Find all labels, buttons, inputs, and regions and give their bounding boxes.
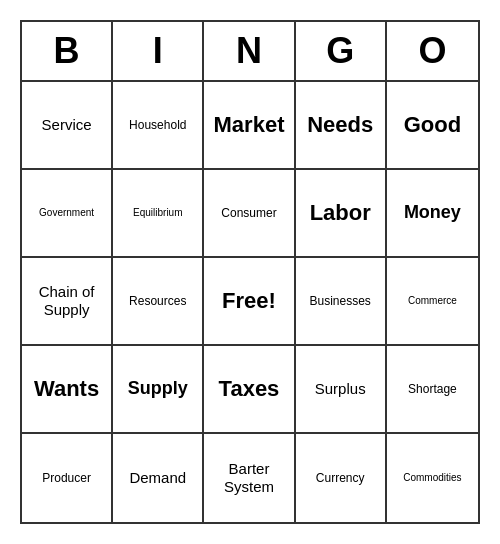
cell-label: Chain of Supply bbox=[26, 283, 107, 319]
cell-label: Government bbox=[39, 207, 94, 219]
cell-label: Businesses bbox=[310, 294, 371, 308]
bingo-cell: Resources bbox=[113, 258, 204, 346]
cell-label: Household bbox=[129, 118, 186, 132]
cell-label: Shortage bbox=[408, 382, 457, 396]
bingo-cell: Supply bbox=[113, 346, 204, 434]
bingo-cell: Commerce bbox=[387, 258, 478, 346]
bingo-cell: Money bbox=[387, 170, 478, 258]
bingo-cell: Producer bbox=[22, 434, 113, 522]
bingo-cell: Household bbox=[113, 82, 204, 170]
cell-label: Taxes bbox=[219, 376, 280, 402]
bingo-header-letter: I bbox=[113, 22, 204, 80]
cell-label: Demand bbox=[129, 469, 186, 487]
bingo-cell: Barter System bbox=[204, 434, 295, 522]
bingo-cell: Good bbox=[387, 82, 478, 170]
bingo-cell: Needs bbox=[296, 82, 387, 170]
bingo-cell: Currency bbox=[296, 434, 387, 522]
cell-label: Wants bbox=[34, 376, 99, 402]
bingo-header: BINGO bbox=[22, 22, 478, 82]
bingo-header-letter: G bbox=[296, 22, 387, 80]
bingo-cell: Surplus bbox=[296, 346, 387, 434]
bingo-cell: Service bbox=[22, 82, 113, 170]
cell-label: Market bbox=[214, 112, 285, 138]
cell-label: Supply bbox=[128, 378, 188, 400]
cell-label: Resources bbox=[129, 294, 186, 308]
bingo-cell: Shortage bbox=[387, 346, 478, 434]
cell-label: Consumer bbox=[221, 206, 276, 220]
cell-label: Money bbox=[404, 202, 461, 224]
bingo-cell: Demand bbox=[113, 434, 204, 522]
bingo-cell: Labor bbox=[296, 170, 387, 258]
bingo-card: BINGO ServiceHouseholdMarketNeedsGoodGov… bbox=[20, 20, 480, 524]
bingo-cell: Taxes bbox=[204, 346, 295, 434]
cell-label: Barter System bbox=[208, 460, 289, 496]
bingo-cell: Wants bbox=[22, 346, 113, 434]
cell-label: Producer bbox=[42, 471, 91, 485]
cell-label: Free! bbox=[222, 288, 276, 314]
bingo-header-letter: B bbox=[22, 22, 113, 80]
bingo-grid: ServiceHouseholdMarketNeedsGoodGovernmen… bbox=[22, 82, 478, 522]
bingo-header-letter: N bbox=[204, 22, 295, 80]
cell-label: Commerce bbox=[408, 295, 457, 307]
bingo-cell: Government bbox=[22, 170, 113, 258]
cell-label: Equilibrium bbox=[133, 207, 182, 219]
cell-label: Labor bbox=[310, 200, 371, 226]
bingo-cell: Commodities bbox=[387, 434, 478, 522]
bingo-cell: Market bbox=[204, 82, 295, 170]
bingo-cell: Chain of Supply bbox=[22, 258, 113, 346]
bingo-cell: Consumer bbox=[204, 170, 295, 258]
cell-label: Good bbox=[404, 112, 461, 138]
cell-label: Commodities bbox=[403, 472, 461, 484]
cell-label: Currency bbox=[316, 471, 365, 485]
cell-label: Service bbox=[42, 116, 92, 134]
cell-label: Needs bbox=[307, 112, 373, 138]
bingo-cell: Free! bbox=[204, 258, 295, 346]
cell-label: Surplus bbox=[315, 380, 366, 398]
bingo-cell: Equilibrium bbox=[113, 170, 204, 258]
bingo-cell: Businesses bbox=[296, 258, 387, 346]
bingo-header-letter: O bbox=[387, 22, 478, 80]
